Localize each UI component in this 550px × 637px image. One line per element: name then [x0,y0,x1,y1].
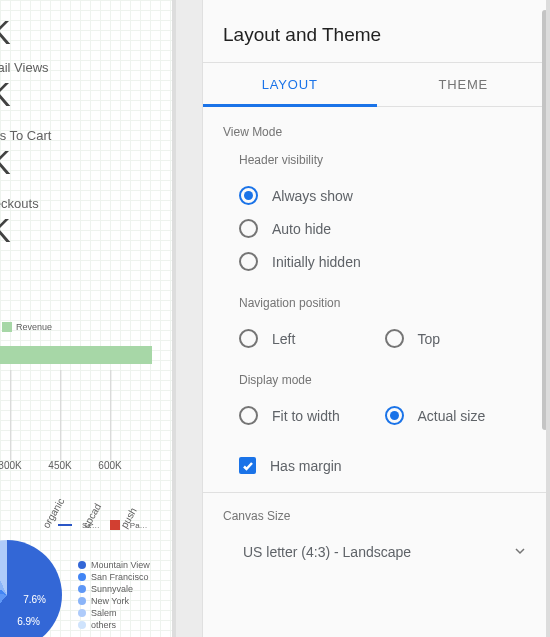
legend-box-swatch [110,520,120,530]
legend-item: Sunnyvale [78,584,150,594]
legend-label: Revenue [16,322,52,332]
label-display-mode: Display mode [239,373,530,387]
legend-label: Pa… [130,521,148,530]
radio-always-show[interactable]: Always show [239,179,530,212]
group-display-mode: Fit to width Actual size [239,399,530,432]
radio-fit-to-width[interactable]: Fit to width [239,399,385,432]
checkbox-has-margin[interactable]: Has margin [223,450,530,492]
panel-tabs: LAYOUT THEME [203,62,550,107]
radio-auto-hide[interactable]: Auto hide [239,212,530,245]
radio-label: Top [418,331,441,347]
radio-label: Initially hidden [272,254,361,270]
radio-actual-size[interactable]: Actual size [385,399,531,432]
metric-label: ns [0,0,10,13]
legend-line-swatch [58,524,72,526]
x-axis: 300K 450K 600K [0,460,172,480]
legend-dot [78,573,86,581]
app-root: ns 2K t Detail Views 9K t Adds To Cart 4… [0,0,550,637]
section-view-mode: View Mode [223,125,530,139]
legend-item: Salem [78,608,150,618]
radio-icon [239,329,258,348]
pie-chart: 7.6% 6.9% [0,540,62,637]
radio-label: Actual size [418,408,486,424]
checkbox-label: Has margin [270,458,342,474]
select-value: US letter (4:3) - Landscape [243,544,411,560]
radio-label: Auto hide [272,221,331,237]
legend-label: Se… [82,521,100,530]
legend-item: New York [78,596,150,606]
label-header-visibility: Header visibility [239,153,530,167]
legend-dot [78,561,86,569]
metric-value: 5K [0,211,39,250]
radio-label: Left [272,331,295,347]
radio-icon [239,219,258,238]
pie-slice-label: 7.6% [23,594,46,605]
divider [203,492,550,493]
radio-label: Fit to width [272,408,340,424]
section-canvas-size: Canvas Size [223,509,530,523]
legend-dot [78,609,86,617]
radio-icon [239,186,258,205]
pie-graphic: 7.6% 6.9% [0,540,62,637]
metric-value: 9K [0,75,49,114]
report-canvas[interactable]: ns 2K t Detail Views 9K t Adds To Cart 4… [0,0,172,637]
check-icon [242,460,254,472]
axis-tick: 450K [48,460,71,471]
legend-swatch [2,322,12,332]
metric-card: t Adds To Cart 4K [0,128,51,182]
radio-icon [385,329,404,348]
panel-title: Layout and Theme [203,0,550,62]
properties-panel: Layout and Theme LAYOUT THEME View Mode … [202,0,550,637]
metric-label: t Detail Views [0,60,49,75]
group-header-visibility: Always show Auto hide Initially hidden [239,179,530,278]
series-legend: Se… Pa… [58,520,148,530]
metric-label: t Checkouts [0,196,39,211]
panel-gutter [172,0,202,637]
metric-card: t Detail Views 9K [0,60,49,114]
revenue-bar [0,346,152,364]
select-canvas-size[interactable]: US letter (4:3) - Landscape [239,537,530,567]
group-navigation-position: Left Top [239,322,530,355]
axis-tick: 300K [0,460,22,471]
radio-icon [239,252,258,271]
radio-nav-top[interactable]: Top [385,322,531,355]
tab-layout[interactable]: LAYOUT [203,63,377,106]
metric-label: t Adds To Cart [0,128,51,143]
legend-item: Mountain View [78,560,150,570]
panel-body: View Mode Header visibility Always show … [203,107,550,637]
metric-card: t Checkouts 5K [0,196,39,250]
radio-icon [239,406,258,425]
legend-dot [78,597,86,605]
chevron-down-icon [514,543,526,561]
legend-item: San Francisco [78,572,150,582]
revenue-legend: Revenue [2,322,52,332]
radio-nav-left[interactable]: Left [239,322,385,355]
legend-dot [78,621,86,629]
metric-value: 4K [0,143,51,182]
window-edge [546,0,550,637]
label-navigation-position: Navigation position [239,296,530,310]
checkbox-icon [239,457,256,474]
radio-initially-hidden[interactable]: Initially hidden [239,245,530,278]
axis-tick: 600K [98,460,121,471]
tab-theme[interactable]: THEME [377,63,551,106]
radio-label: Always show [272,188,353,204]
metric-value: 2K [0,13,10,52]
radio-icon [385,406,404,425]
legend-dot [78,585,86,593]
metric-card: ns 2K [0,0,10,52]
legend-item: others [78,620,150,630]
pie-slice-label: 6.9% [17,616,40,627]
pie-legend: Mountain View San Francisco Sunnyvale Ne… [78,560,150,632]
